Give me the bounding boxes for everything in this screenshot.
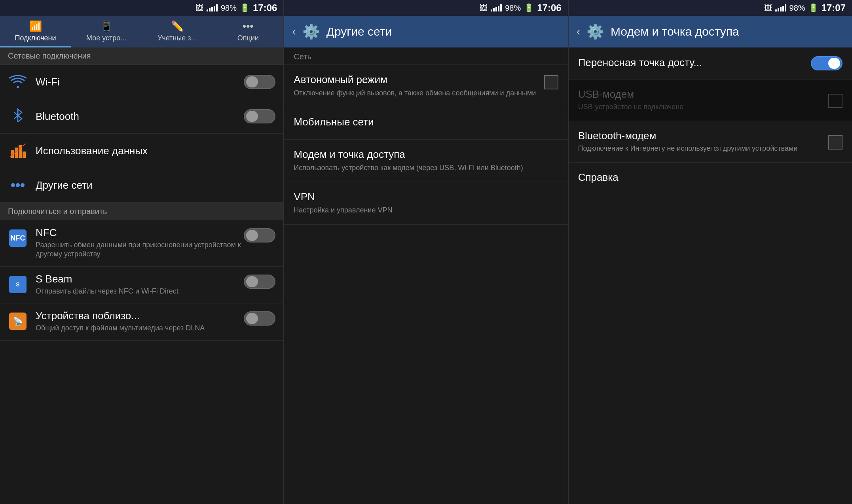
portable-hotspot-title: Переносная точка досту... — [578, 57, 811, 69]
airplane-mode-subtitle: Отключение функций вызовов, а также обме… — [294, 88, 536, 98]
bluetooth-toggle[interactable] — [244, 109, 275, 123]
tab-connections-label: Подключени — [15, 34, 56, 42]
sbeam-subtitle: Отправить файлы через NFC и Wi-Fi Direct — [36, 287, 244, 296]
usb-modem-title: USB-модем — [578, 88, 820, 100]
battery-icon-2: 🔋 — [524, 3, 534, 13]
vpn-text: VPN Настройка и управление VPN — [294, 191, 558, 215]
data-usage-setting[interactable]: Использование данных — [0, 134, 283, 168]
mobile-networks-title: Мобильные сети — [294, 116, 558, 128]
status-bar-3: 🖼 98% 🔋 17:07 — [569, 0, 852, 16]
tab-options[interactable]: ••• Опции — [213, 16, 283, 47]
battery-icon-1: 🔋 — [240, 3, 250, 13]
usb-modem-text: USB-модем USB-устройство не подключено — [578, 88, 820, 112]
tab-options-label: Опции — [237, 34, 259, 42]
usb-modem-subtitle: USB-устройство не подключено — [578, 102, 820, 112]
data-usage-icon — [8, 141, 28, 161]
panel3-header-title: Модем и точка доступа — [611, 25, 739, 38]
nearby-text: Устройства поблизо... Общий доступ к фай… — [36, 310, 244, 333]
wifi-toggle-knob — [246, 76, 258, 87]
hotspot-text: Модем и точка доступа Использовать устро… — [294, 148, 558, 173]
nearby-subtitle: Общий доступ к файлам мультимедиа через … — [36, 324, 244, 333]
panel-other-networks: 🖼 98% 🔋 17:06 ‹ ⚙️ Другие сети Сеть — [284, 0, 568, 504]
svg-point-6 — [21, 183, 25, 187]
battery-icon-3: 🔋 — [808, 3, 818, 13]
vpn-item[interactable]: VPN Настройка и управление VPN — [284, 182, 567, 224]
help-text: Справка — [578, 171, 843, 185]
nfc-setting[interactable]: NFC NFC Разрешить обмен данными при прик… — [0, 220, 283, 267]
tab-accounts[interactable]: ✏️ Учетные з... — [142, 16, 213, 47]
wifi-icon — [8, 72, 28, 92]
data-usage-text: Использование данных — [36, 145, 275, 157]
svg-rect-0 — [11, 150, 14, 158]
svg-point-4 — [11, 183, 15, 187]
tab-my-device-label: Мое устро... — [86, 34, 126, 42]
nearby-icon: 📡 — [8, 311, 28, 331]
wifi-toggle[interactable] — [244, 75, 275, 89]
vpn-subtitle: Настройка и управление VPN — [294, 205, 558, 215]
tab-my-device[interactable]: 📱 Мое устро... — [71, 16, 142, 47]
portable-hotspot-toggle[interactable] — [811, 56, 843, 70]
panel3-header: ‹ ⚙️ Модем и точка доступа — [569, 16, 852, 47]
portable-hotspot-item[interactable]: Переносная точка досту... — [569, 47, 852, 80]
mobile-networks-text: Мобильные сети — [294, 116, 558, 131]
panel3-header-icon: ⚙️ — [586, 23, 604, 40]
hotspot-title: Модем и точка доступа — [294, 148, 558, 161]
sbeam-icon: S — [8, 275, 28, 294]
time-1: 17:06 — [253, 2, 277, 13]
usb-modem-checkbox[interactable] — [828, 94, 843, 108]
photo-icon-2: 🖼 — [480, 4, 488, 13]
svg-point-5 — [16, 183, 20, 187]
usb-modem-item[interactable]: USB-модем USB-устройство не подключено — [569, 80, 852, 121]
portable-hotspot-toggle-knob — [828, 58, 840, 69]
bt-modem-item[interactable]: Bluetooth-модем Подключение к Интернету … — [569, 121, 852, 163]
wifi-text: Wi-Fi — [36, 76, 244, 88]
airplane-mode-title: Автономный режим — [294, 74, 536, 86]
nfc-toggle[interactable] — [244, 228, 275, 243]
svg-rect-3 — [23, 152, 26, 158]
help-title: Справка — [578, 171, 843, 184]
help-item[interactable]: Справка — [569, 163, 852, 194]
sbeam-toggle[interactable] — [244, 275, 275, 289]
time-3: 17:07 — [822, 2, 846, 13]
bluetooth-toggle-knob — [246, 111, 258, 122]
mobile-networks-item[interactable]: Мобильные сети — [284, 107, 567, 140]
sbeam-setting[interactable]: S S Beam Отправить файлы через NFC и Wi-… — [0, 267, 283, 303]
other-networks-title: Другие сети — [36, 179, 275, 191]
panel3-back-button[interactable]: ‹ — [577, 25, 580, 38]
bt-modem-subtitle: Подключение к Интернету не используется … — [578, 144, 820, 153]
nearby-toggle-knob — [246, 313, 258, 324]
data-usage-title: Использование данных — [36, 145, 275, 157]
panel2-back-button[interactable]: ‹ — [292, 25, 296, 38]
panel2-section-label: Сеть — [284, 47, 567, 65]
signal-icon-2 — [491, 4, 502, 11]
other-networks-setting[interactable]: Другие сети — [0, 168, 283, 203]
sbeam-title: S Beam — [36, 273, 244, 285]
bluetooth-setting[interactable]: Bluetooth — [0, 99, 283, 134]
nearby-title: Устройства поблизо... — [36, 310, 244, 322]
time-2: 17:06 — [537, 2, 561, 13]
panel2-header-title: Другие сети — [326, 25, 392, 38]
nearby-toggle[interactable] — [244, 311, 275, 326]
nearby-setting[interactable]: 📡 Устройства поблизо... Общий доступ к ф… — [0, 303, 283, 340]
photo-icon: 🖼 — [195, 4, 203, 13]
tab-connections[interactable]: 📶 Подключени — [0, 16, 71, 47]
bluetooth-icon — [8, 106, 28, 126]
portable-hotspot-text: Переносная точка досту... — [578, 57, 811, 70]
bluetooth-title: Bluetooth — [36, 110, 244, 123]
panel2-header-icon: ⚙️ — [302, 23, 320, 40]
hotspot-item[interactable]: Модем и точка доступа Использовать устро… — [284, 140, 567, 182]
hotspot-subtitle: Использовать устройство как модем (через… — [294, 163, 558, 173]
other-networks-text: Другие сети — [36, 179, 275, 191]
airplane-mode-checkbox[interactable] — [544, 75, 558, 89]
battery-percent-3: 98% — [789, 4, 805, 13]
airplane-mode-item[interactable]: Автономный режим Отключение функций вызо… — [284, 65, 567, 107]
photo-icon-3: 🖼 — [764, 4, 772, 13]
bt-modem-checkbox[interactable] — [828, 135, 843, 150]
bt-modem-title: Bluetooth-модем — [578, 130, 820, 142]
sbeam-toggle-knob — [246, 276, 258, 287]
accounts-tab-icon: ✏️ — [171, 20, 184, 32]
nfc-toggle-knob — [246, 230, 258, 241]
wifi-setting[interactable]: Wi-Fi — [0, 65, 283, 99]
panel-hotspot: 🖼 98% 🔋 17:07 ‹ ⚙️ Модем и точка доступа… — [569, 0, 852, 504]
tabs-row: 📶 Подключени 📱 Мое устро... ✏️ Учетные з… — [0, 16, 283, 47]
